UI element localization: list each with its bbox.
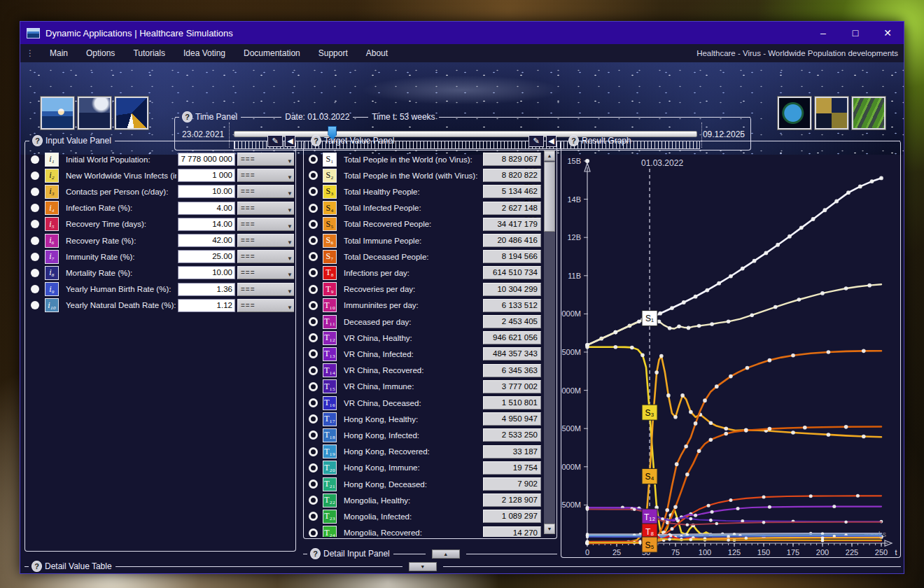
target-row: T₁₀ Immuninites per day: 6 133 512 [305,298,542,313]
minimize-button[interactable]: – [807,22,839,44]
collapse-left-button[interactable]: ◀ [546,135,556,147]
radio-button[interactable] [31,155,39,164]
toolbar-image-grid-button[interactable] [815,97,848,130]
radio-button[interactable] [309,301,318,310]
mode-dropdown[interactable]: ===▼ [237,169,294,182]
expand-down-button[interactable]: ▼ [409,562,437,571]
scroll-up-button[interactable]: ▲ [544,150,555,161]
series-icon: S₁ [323,153,337,167]
radio-button[interactable] [309,171,318,180]
value-input[interactable]: 10.00 [178,266,235,279]
mode-dropdown[interactable]: ===▼ [237,234,294,247]
help-icon[interactable]: ? [31,561,42,572]
radio-button[interactable] [309,512,318,521]
radio-button[interactable] [31,269,39,277]
value-input[interactable]: 14.00 [178,218,235,231]
radio-button[interactable] [309,236,318,245]
radio-button[interactable] [309,447,318,456]
mode-dropdown[interactable]: ===▼ [237,266,294,279]
expand-up-button[interactable]: ▲ [432,550,460,559]
radio-button[interactable] [31,204,39,212]
target-label: Hong Kong, Healthy: [344,415,478,424]
radio-button[interactable] [309,252,318,261]
help-icon[interactable]: ? [182,111,192,122]
collapse-left-button[interactable]: ◀ [285,135,295,147]
radio-button[interactable] [309,430,318,440]
input-label: New Worldwide Virus Infects (inf/day): [66,172,176,180]
value-input[interactable]: 42.00 [178,234,235,247]
value-input[interactable]: 1.12 [178,299,235,312]
mode-dropdown[interactable]: ===▼ [237,202,294,215]
value-input[interactable]: 7 778 000 000 [178,153,235,166]
scrollbar-thumb[interactable] [544,162,555,232]
value-input[interactable]: 1 000 [178,169,235,182]
radio-button[interactable] [309,366,318,375]
radio-button[interactable] [31,188,39,196]
value-input[interactable]: 4.00 [178,202,235,215]
radio-button[interactable] [309,333,318,342]
menu-item-tutorials[interactable]: Tutorials [124,44,174,62]
help-icon[interactable]: ? [310,548,321,559]
target-row: S₁ Total People in the World (no Virus):… [305,152,542,167]
radio-button[interactable] [309,414,318,424]
radio-button[interactable] [309,463,318,472]
svg-text:250: 250 [875,548,888,556]
value-input[interactable]: 25.00 [178,250,235,263]
radio-button[interactable] [309,268,318,277]
value-input[interactable]: 10.00 [178,185,235,198]
series-icon: T₁₇ [323,412,337,426]
toolbar-image-pier-button[interactable] [78,97,111,130]
radio-button[interactable] [309,317,318,326]
radio-button[interactable] [309,187,318,196]
edit-pencil-button[interactable]: ✎ [528,135,544,147]
radio-button[interactable] [309,155,318,164]
value-input[interactable]: 1.36 [178,283,235,296]
edit-pencil-button[interactable]: ✎ [267,135,283,147]
radio-button[interactable] [309,528,318,537]
mode-dropdown[interactable]: ===▼ [237,299,294,312]
menu-item-options[interactable]: Options [77,44,124,62]
maximize-button[interactable]: □ [839,22,872,44]
menu-item-support[interactable]: Support [309,44,357,62]
target-scrollbar[interactable]: ▲ ▼ [544,150,555,534]
radio-button[interactable] [309,398,318,407]
mode-dropdown[interactable]: ===▼ [237,185,294,198]
menu-grip-icon[interactable]: ⋮ [26,48,34,58]
radio-button[interactable] [309,496,318,505]
mode-dropdown[interactable]: ===▼ [237,153,294,166]
population-chart[interactable]: 1500M3000M4500M6000M7500M9000M11B12B14B1… [561,141,902,558]
radio-button[interactable] [309,285,318,294]
series-icon: T₁₉ [323,444,337,458]
toolbar-image-sunset-button[interactable] [41,97,74,130]
radio-button[interactable] [309,382,318,391]
toolbar-logo-door-button[interactable] [115,97,148,130]
radio-button[interactable] [31,253,39,261]
radio-button[interactable] [31,301,39,309]
mode-dropdown[interactable]: ===▼ [237,283,294,296]
mode-dropdown[interactable]: ===▼ [237,250,294,263]
help-icon[interactable]: ? [32,135,43,146]
radio-button[interactable] [31,237,39,245]
series-icon: T₈ [323,266,337,280]
mode-dropdown[interactable]: ===▼ [237,218,294,231]
radio-button[interactable] [31,172,39,180]
scroll-down-button[interactable]: ▼ [544,524,555,534]
menu-item-documentation[interactable]: Documentation [234,44,309,62]
radio-button[interactable] [309,204,318,213]
radio-button[interactable] [309,349,318,358]
result-graph-panel: ? Result Graph 1500M3000M4500M6000M7500M… [561,141,901,558]
input-label: Yearly Natural Death Rate (%): [66,301,176,309]
help-icon[interactable]: ? [311,135,321,146]
radio-button[interactable] [31,285,39,293]
menu-item-main[interactable]: Main [41,44,77,62]
menu-item-about[interactable]: About [357,44,397,62]
close-button[interactable]: ✕ [872,22,904,44]
series-icon: T₁₄ [323,363,337,377]
radio-button[interactable] [309,220,318,229]
menu-item-idea-voting[interactable]: Idea Voting [174,44,234,62]
toolbar-image-earth-button[interactable] [778,97,811,130]
toolbar-image-greenway-button[interactable] [852,97,886,130]
svg-text:150: 150 [757,548,770,556]
radio-button[interactable] [309,479,318,489]
radio-button[interactable] [31,220,39,228]
